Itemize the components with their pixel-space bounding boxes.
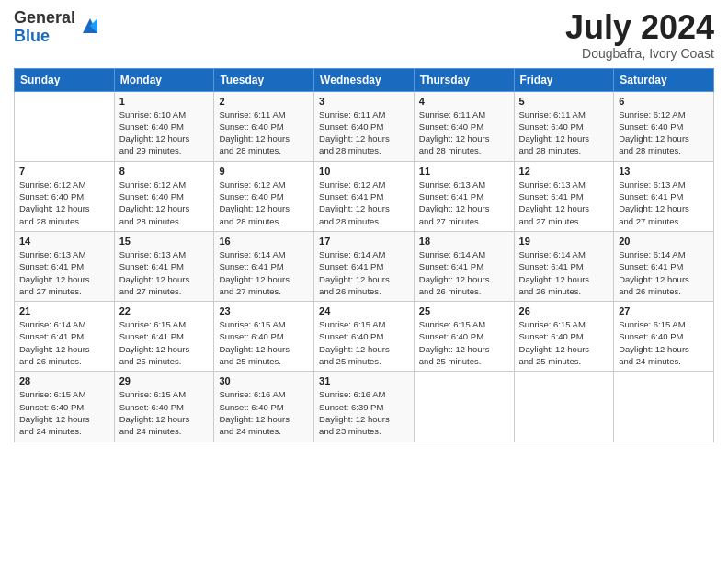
- table-row: 29Sunrise: 6:15 AMSunset: 6:40 PMDayligh…: [114, 372, 214, 442]
- table-row: 14Sunrise: 6:13 AMSunset: 6:41 PMDayligh…: [15, 231, 115, 301]
- day-info: Sunrise: 6:15 AMSunset: 6:40 PMDaylight:…: [419, 318, 509, 367]
- day-info: Sunrise: 6:14 AMSunset: 6:41 PMDaylight:…: [19, 318, 109, 367]
- day-info: Sunrise: 6:15 AMSunset: 6:40 PMDaylight:…: [119, 388, 210, 437]
- logo-blue: Blue: [14, 28, 75, 46]
- day-number: 12: [519, 166, 609, 177]
- table-row: 3Sunrise: 6:11 AMSunset: 6:40 PMDaylight…: [314, 91, 415, 161]
- calendar-header-row: Sunday Monday Tuesday Wednesday Thursday…: [15, 68, 714, 91]
- day-info: Sunrise: 6:15 AMSunset: 6:40 PMDaylight:…: [19, 388, 109, 437]
- logo: General Blue: [14, 9, 101, 46]
- day-info: Sunrise: 6:15 AMSunset: 6:40 PMDaylight:…: [319, 318, 409, 367]
- day-info: Sunrise: 6:14 AMSunset: 6:41 PMDaylight:…: [619, 248, 709, 297]
- page: General Blue July 2024 Dougbafra, Ivory …: [0, 0, 728, 563]
- day-number: 15: [119, 236, 210, 247]
- table-row: [514, 372, 614, 442]
- day-info: Sunrise: 6:15 AMSunset: 6:41 PMDaylight:…: [119, 318, 210, 367]
- day-number: 3: [319, 96, 409, 107]
- day-info: Sunrise: 6:13 AMSunset: 6:41 PMDaylight:…: [119, 248, 210, 297]
- day-number: 28: [19, 375, 109, 386]
- table-row: 13Sunrise: 6:13 AMSunset: 6:41 PMDayligh…: [614, 161, 714, 231]
- day-number: 10: [319, 166, 409, 177]
- day-info: Sunrise: 6:10 AMSunset: 6:40 PMDaylight:…: [119, 109, 210, 157]
- day-number: 8: [119, 166, 210, 177]
- logo-general: General: [14, 9, 75, 28]
- table-row: 19Sunrise: 6:14 AMSunset: 6:41 PMDayligh…: [514, 231, 614, 301]
- day-info: Sunrise: 6:11 AMSunset: 6:40 PMDaylight:…: [519, 109, 609, 157]
- day-number: 4: [419, 96, 509, 107]
- day-number: 6: [619, 96, 709, 107]
- day-info: Sunrise: 6:15 AMSunset: 6:40 PMDaylight:…: [619, 318, 709, 367]
- day-number: 9: [219, 166, 309, 177]
- header: General Blue July 2024 Dougbafra, Ivory …: [14, 9, 714, 61]
- table-row: 7Sunrise: 6:12 AMSunset: 6:40 PMDaylight…: [15, 161, 115, 231]
- calendar-week-row: 21Sunrise: 6:14 AMSunset: 6:41 PMDayligh…: [15, 302, 714, 372]
- day-info: Sunrise: 6:15 AMSunset: 6:40 PMDaylight:…: [219, 318, 309, 367]
- table-row: [614, 372, 714, 442]
- table-row: 28Sunrise: 6:15 AMSunset: 6:40 PMDayligh…: [15, 372, 115, 442]
- day-number: 14: [19, 236, 109, 247]
- logo-text: General Blue: [14, 9, 75, 46]
- day-number: 27: [619, 305, 709, 316]
- table-row: 22Sunrise: 6:15 AMSunset: 6:41 PMDayligh…: [114, 302, 214, 372]
- day-info: Sunrise: 6:11 AMSunset: 6:40 PMDaylight:…: [219, 109, 309, 157]
- title-block: July 2024 Dougbafra, Ivory Coast: [565, 9, 714, 61]
- col-saturday: Saturday: [614, 68, 714, 91]
- table-row: 17Sunrise: 6:14 AMSunset: 6:41 PMDayligh…: [314, 231, 415, 301]
- day-info: Sunrise: 6:16 AMSunset: 6:39 PMDaylight:…: [319, 388, 409, 437]
- day-info: Sunrise: 6:14 AMSunset: 6:41 PMDaylight:…: [219, 248, 309, 297]
- table-row: 9Sunrise: 6:12 AMSunset: 6:40 PMDaylight…: [214, 161, 314, 231]
- day-number: 23: [219, 305, 309, 316]
- day-info: Sunrise: 6:13 AMSunset: 6:41 PMDaylight:…: [419, 178, 509, 227]
- col-friday: Friday: [514, 68, 614, 91]
- day-number: 22: [119, 305, 210, 316]
- table-row: 10Sunrise: 6:12 AMSunset: 6:41 PMDayligh…: [314, 161, 415, 231]
- day-info: Sunrise: 6:12 AMSunset: 6:41 PMDaylight:…: [319, 178, 409, 227]
- day-info: Sunrise: 6:11 AMSunset: 6:40 PMDaylight:…: [319, 109, 409, 157]
- table-row: 25Sunrise: 6:15 AMSunset: 6:40 PMDayligh…: [414, 302, 514, 372]
- calendar-week-row: 1Sunrise: 6:10 AMSunset: 6:40 PMDaylight…: [15, 91, 714, 161]
- table-row: 15Sunrise: 6:13 AMSunset: 6:41 PMDayligh…: [114, 231, 214, 301]
- day-number: 1: [119, 96, 210, 107]
- day-info: Sunrise: 6:13 AMSunset: 6:41 PMDaylight:…: [19, 248, 109, 297]
- table-row: 18Sunrise: 6:14 AMSunset: 6:41 PMDayligh…: [414, 231, 514, 301]
- day-number: 13: [619, 166, 709, 177]
- table-row: 21Sunrise: 6:14 AMSunset: 6:41 PMDayligh…: [15, 302, 115, 372]
- day-info: Sunrise: 6:12 AMSunset: 6:40 PMDaylight:…: [19, 178, 109, 227]
- day-info: Sunrise: 6:12 AMSunset: 6:40 PMDaylight:…: [619, 109, 709, 157]
- day-number: 26: [519, 305, 609, 316]
- table-row: 5Sunrise: 6:11 AMSunset: 6:40 PMDaylight…: [514, 91, 614, 161]
- table-row: 31Sunrise: 6:16 AMSunset: 6:39 PMDayligh…: [314, 372, 415, 442]
- day-info: Sunrise: 6:12 AMSunset: 6:40 PMDaylight:…: [219, 178, 309, 227]
- day-number: 29: [119, 375, 210, 386]
- table-row: 11Sunrise: 6:13 AMSunset: 6:41 PMDayligh…: [414, 161, 514, 231]
- day-number: 17: [319, 236, 409, 247]
- logo-icon: [79, 15, 101, 37]
- day-number: 18: [419, 236, 509, 247]
- col-sunday: Sunday: [15, 68, 115, 91]
- calendar-table: Sunday Monday Tuesday Wednesday Thursday…: [14, 68, 714, 442]
- day-info: Sunrise: 6:14 AMSunset: 6:41 PMDaylight:…: [319, 248, 409, 297]
- day-info: Sunrise: 6:14 AMSunset: 6:41 PMDaylight:…: [519, 248, 609, 297]
- day-number: 30: [219, 375, 309, 386]
- day-number: 21: [19, 305, 109, 316]
- table-row: 26Sunrise: 6:15 AMSunset: 6:40 PMDayligh…: [514, 302, 614, 372]
- day-number: 7: [19, 166, 109, 177]
- col-wednesday: Wednesday: [314, 68, 415, 91]
- table-row: 27Sunrise: 6:15 AMSunset: 6:40 PMDayligh…: [614, 302, 714, 372]
- day-number: 20: [619, 236, 709, 247]
- day-number: 19: [519, 236, 609, 247]
- day-number: 11: [419, 166, 509, 177]
- calendar-week-row: 14Sunrise: 6:13 AMSunset: 6:41 PMDayligh…: [15, 231, 714, 301]
- day-number: 24: [319, 305, 409, 316]
- table-row: 24Sunrise: 6:15 AMSunset: 6:40 PMDayligh…: [314, 302, 415, 372]
- table-row: 1Sunrise: 6:10 AMSunset: 6:40 PMDaylight…: [114, 91, 214, 161]
- col-monday: Monday: [114, 68, 214, 91]
- table-row: 8Sunrise: 6:12 AMSunset: 6:40 PMDaylight…: [114, 161, 214, 231]
- day-number: 16: [219, 236, 309, 247]
- month-title: July 2024: [565, 9, 714, 46]
- day-info: Sunrise: 6:15 AMSunset: 6:40 PMDaylight:…: [519, 318, 609, 367]
- day-number: 25: [419, 305, 509, 316]
- col-thursday: Thursday: [414, 68, 514, 91]
- table-row: 30Sunrise: 6:16 AMSunset: 6:40 PMDayligh…: [214, 372, 314, 442]
- table-row: 20Sunrise: 6:14 AMSunset: 6:41 PMDayligh…: [614, 231, 714, 301]
